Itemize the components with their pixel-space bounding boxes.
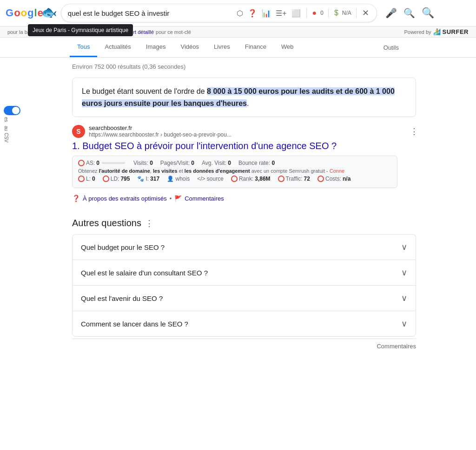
ld-circle-icon bbox=[103, 176, 109, 182]
powered-suffix: pour ce mot-clé bbox=[156, 29, 191, 35]
stat-l: L: 0 bbox=[78, 176, 95, 182]
left-label3: CSV bbox=[4, 133, 9, 143]
main-content: Environ 752 000 résultats (0,36 secondes… bbox=[0, 58, 418, 353]
traffic-circle-icon bbox=[278, 176, 284, 182]
tab-images[interactable]: Images bbox=[139, 38, 173, 57]
logo-g: G bbox=[6, 7, 13, 19]
source-link[interactable]: </> source bbox=[197, 176, 224, 182]
featured-text-before: Le budget étant souvent de l'ordre de bbox=[82, 87, 207, 95]
divider-3 bbox=[356, 8, 357, 18]
autres-title: Autres questions bbox=[72, 218, 141, 228]
right-icons: 🎤 🔍 🔍 bbox=[384, 6, 435, 20]
chevron-down-icon-1: ∨ bbox=[401, 242, 407, 252]
i-value: 317 bbox=[150, 176, 159, 182]
traffic-value: 72 bbox=[304, 176, 310, 182]
tab-web[interactable]: Web bbox=[274, 38, 301, 57]
costs-value: n/a bbox=[343, 176, 350, 182]
about-row: ❓ À propos des extraits optimisés • 🚩 Co… bbox=[72, 190, 397, 207]
bounce-value: 0 bbox=[271, 160, 275, 166]
faq-menu-icon[interactable]: ⋮ bbox=[145, 218, 153, 228]
close-button[interactable]: ✕ bbox=[361, 7, 370, 19]
seo-stats-row1: AS: 0 Visits: 0 Pages/Visit: 0 Avg. Visi… bbox=[78, 160, 391, 166]
pages-value: 0 bbox=[191, 160, 194, 166]
logo-l: l bbox=[34, 7, 36, 19]
ext-icon-7[interactable]: $ bbox=[333, 8, 339, 18]
semrush-link[interactable]: Conne bbox=[330, 168, 344, 174]
mic-icon[interactable]: 🎤 bbox=[384, 7, 398, 20]
ext-icon-3[interactable]: 📊 bbox=[261, 8, 272, 19]
ext-icon-5[interactable]: ⬜ bbox=[291, 8, 302, 19]
avg-stat: Avg. Visit: 0 bbox=[202, 160, 231, 166]
tab-videos[interactable]: Vidéos bbox=[173, 38, 206, 57]
divider-2 bbox=[328, 8, 329, 18]
flag-icon: 🚩 bbox=[174, 195, 182, 202]
visits-value: 0 bbox=[150, 160, 153, 166]
pages-label: Pages/Visit: bbox=[160, 160, 190, 166]
nav-tabs: Tous Actualités Images Vidéos Livres Fin… bbox=[0, 38, 476, 58]
faq-item-3[interactable]: Quel est l'avenir du SEO ? ∨ bbox=[72, 285, 416, 311]
as-bar bbox=[102, 162, 125, 164]
lens-icon[interactable]: 🔍 bbox=[403, 7, 416, 20]
ext-icon-1[interactable]: ⬡ bbox=[236, 8, 244, 19]
ext-icon-6[interactable]: ● bbox=[311, 8, 318, 18]
seo-stats: AS: 0 Visits: 0 Pages/Visit: 0 Avg. Visi… bbox=[72, 156, 397, 188]
search-bar[interactable]: ⬡ ❓ 📊 ☰+ ⬜ ● 0 $ N/A ✕ bbox=[61, 4, 377, 22]
featured-text: Le budget étant souvent de l'ordre de 8 … bbox=[82, 85, 406, 109]
dot-separator: • bbox=[170, 195, 172, 202]
search-icon[interactable]: 🔍 bbox=[421, 6, 435, 20]
top-bar: Google 🐟 ⬡ ❓ 📊 ☰+ ⬜ ● 0 $ N/A ✕ 🎤 🔍 🔍 bbox=[0, 0, 476, 26]
costs-circle-icon bbox=[317, 176, 324, 182]
comments-link[interactable]: Commentaires bbox=[185, 195, 224, 202]
stat-ld: LD: 795 bbox=[103, 176, 130, 182]
whois-link[interactable]: 👤 whois bbox=[167, 176, 190, 182]
powered-right: Powered by 🏄 SURFER bbox=[404, 28, 469, 35]
ext-icon-2[interactable]: ❓ bbox=[247, 8, 258, 19]
toggle-switch[interactable] bbox=[4, 106, 20, 115]
doodle-icon: 🐟 bbox=[41, 5, 57, 20]
stat-as: AS: 0 bbox=[78, 160, 126, 166]
tab-livres[interactable]: Livres bbox=[206, 38, 238, 57]
source-info: searchbooster.fr https://www.searchboost… bbox=[89, 124, 231, 138]
seo-stats-info: Obtenez l'autorité de domaine, les visit… bbox=[78, 168, 391, 174]
logo-area: Google 🐟 bbox=[6, 7, 57, 20]
left-panel: es au CSV bbox=[0, 102, 24, 146]
ext-count: 0 bbox=[320, 10, 324, 16]
results-count: Environ 752 000 résultats (0,36 secondes… bbox=[72, 58, 418, 74]
as-circle-icon bbox=[78, 160, 85, 166]
tab-actualites[interactable]: Actualités bbox=[97, 38, 138, 57]
search-input[interactable] bbox=[68, 9, 233, 17]
paw-icon: 🐾 bbox=[137, 176, 144, 182]
chevron-down-icon-2: ∨ bbox=[401, 267, 407, 278]
traffic-label: Traffic: bbox=[286, 176, 303, 182]
faq-item-1[interactable]: Quel budget pour le SEO ? ∨ bbox=[72, 234, 416, 260]
stat-rank: Rank: 3,86M bbox=[231, 176, 271, 182]
logo-o1: o bbox=[14, 7, 20, 19]
source-row: S searchbooster.fr https://www.searchboo… bbox=[72, 124, 418, 138]
source-menu[interactable]: ⋮ bbox=[410, 126, 418, 137]
about-extraits-link[interactable]: À propos des extraits optimisés bbox=[83, 195, 167, 202]
l-value: 0 bbox=[92, 176, 95, 182]
faq-item-4[interactable]: Comment se lancer dans le SEO ? ∨ bbox=[72, 311, 416, 337]
stat-traffic: Traffic: 72 bbox=[278, 176, 310, 182]
pages-stat: Pages/Visit: 0 bbox=[160, 160, 194, 166]
tab-finance[interactable]: Finance bbox=[238, 38, 274, 57]
as-value: 0 bbox=[96, 160, 99, 166]
source-name: searchbooster.fr bbox=[89, 124, 231, 131]
i-label: I: bbox=[145, 176, 149, 182]
costs-label: Costs: bbox=[325, 176, 341, 182]
result-link[interactable]: 1. Budget SEO à prévoir pour l'intervent… bbox=[72, 140, 418, 152]
tab-tous[interactable]: Tous bbox=[70, 38, 97, 57]
ext-icon-4[interactable]: ☰+ bbox=[275, 8, 287, 19]
featured-snippet: Le budget étant souvent de l'ordre de 8 … bbox=[72, 78, 416, 117]
logo-o2: o bbox=[21, 7, 26, 19]
avg-label: Avg. Visit: bbox=[202, 160, 226, 166]
tools-button[interactable]: Outils bbox=[376, 39, 406, 57]
logo-g2: g bbox=[27, 7, 33, 19]
faq-item-2[interactable]: Quel est le salaire d'un consultant SEO … bbox=[72, 260, 416, 285]
na-label: N/A bbox=[342, 10, 351, 16]
l-circle-icon bbox=[78, 176, 85, 182]
bold-1: l'autorité de domaine bbox=[99, 168, 150, 174]
visits-label: Visits: bbox=[133, 160, 148, 166]
visits-stat: Visits: 0 bbox=[133, 160, 153, 166]
stat-costs: Costs: n/a bbox=[317, 176, 350, 182]
